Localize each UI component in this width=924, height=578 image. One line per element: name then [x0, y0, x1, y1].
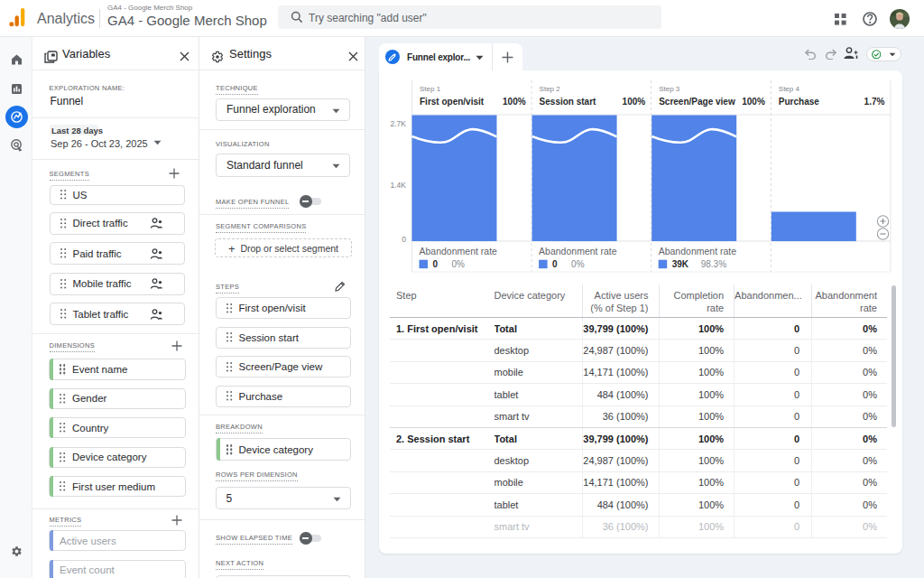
svg-text:0%: 0%: [571, 259, 585, 269]
svg-text:1.4K: 1.4K: [391, 181, 407, 190]
svg-text:Abandonment rate: Abandonment rate: [659, 246, 737, 256]
svg-text:100%: 100%: [742, 97, 765, 107]
svg-text:Screen/Page view: Screen/Page view: [659, 97, 735, 107]
svg-text:Step 1: Step 1: [420, 85, 441, 93]
svg-text:Abandonment rate: Abandonment rate: [420, 246, 498, 256]
svg-text:Purchase: Purchase: [779, 97, 819, 107]
svg-text:0: 0: [552, 259, 558, 269]
svg-text:Step 2: Step 2: [540, 85, 561, 93]
svg-text:Step 4: Step 4: [779, 85, 800, 93]
svg-text:0: 0: [433, 259, 439, 269]
svg-text:0: 0: [402, 235, 406, 244]
svg-text:98.3%: 98.3%: [701, 259, 726, 269]
svg-text:100%: 100%: [503, 97, 526, 107]
svg-text:Session start: Session start: [540, 97, 596, 107]
svg-text:0%: 0%: [452, 259, 466, 269]
svg-text:2.7K: 2.7K: [391, 119, 407, 128]
svg-text:Step 3: Step 3: [659, 85, 680, 93]
svg-text:39K: 39K: [672, 259, 689, 269]
svg-text:Abandonment rate: Abandonment rate: [539, 246, 617, 256]
svg-text:1.7%: 1.7%: [864, 97, 885, 107]
svg-text:First open/visit: First open/visit: [420, 97, 485, 107]
svg-text:100%: 100%: [623, 97, 646, 107]
